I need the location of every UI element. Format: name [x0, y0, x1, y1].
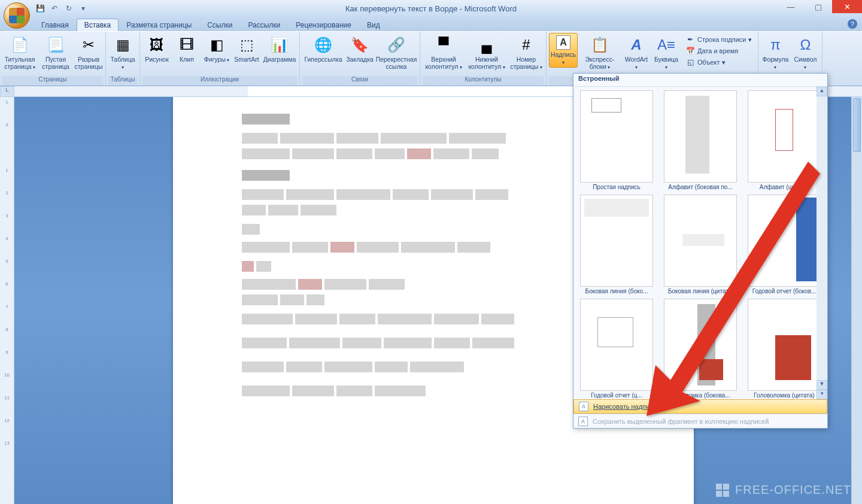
footer-button[interactable]: ▄Нижний колонтитул	[466, 33, 508, 72]
group-pages: 📄Титульная страница 📃Пустая страница ✂Ра…	[0, 32, 106, 86]
wordart-icon: A	[627, 35, 646, 54]
gallery-header: Встроенный	[573, 74, 827, 87]
signature-icon: ✒	[685, 35, 695, 44]
cross-ref-button[interactable]: 🔗Перекрестная ссылка	[375, 33, 417, 72]
vertical-ruler[interactable]: 1212345678910111213	[0, 97, 14, 504]
textbox-button[interactable]: AНадпись	[549, 33, 578, 68]
watermark-logo-icon	[716, 484, 729, 497]
group-illustrations: 🖼Рисунок 🎞Клип ◧Фигуры ⬚SmartArt 📊Диагра…	[140, 32, 300, 86]
picture-button[interactable]: 🖼Рисунок	[142, 33, 171, 65]
gallery-scrollbar[interactable]: ▲ ▼ ▾	[817, 87, 827, 399]
tab-view[interactable]: Вид	[359, 19, 388, 31]
gallery-scroll-down[interactable]: ▼	[817, 380, 827, 390]
gallery-item-alphabet-side[interactable]: Алфавит (боковая по...	[661, 90, 740, 192]
hyperlink-button[interactable]: 🌐Гиперссылка	[302, 33, 344, 65]
tab-mailings[interactable]: Рассылки	[240, 19, 288, 31]
cross-ref-icon: 🔗	[387, 35, 406, 54]
symbol-icon: Ω	[796, 35, 815, 54]
clip-button[interactable]: 🎞Клип	[172, 33, 201, 65]
blank-page-button[interactable]: 📃Пустая страница	[38, 33, 73, 72]
tab-page-layout[interactable]: Разметка страницы	[119, 19, 199, 31]
quick-parts-button[interactable]: 📋Экспресс-блоки	[579, 33, 621, 72]
equation-icon: π	[766, 35, 785, 54]
minimize-button[interactable]: —	[777, 0, 805, 13]
quick-access-toolbar: 💾 ↶ ↻ ▾	[34, 2, 90, 15]
gallery-item-sideline-quote[interactable]: Боковая линия (цитат...	[661, 195, 740, 296]
qat-save[interactable]: 💾	[34, 2, 47, 14]
shapes-button[interactable]: ◧Фигуры	[202, 33, 231, 65]
watermark: FREE-OFFICE.NET	[716, 483, 851, 497]
symbol-button[interactable]: ΩСимвол	[791, 33, 819, 72]
gallery-item-simple[interactable]: Простая надпись	[577, 90, 656, 192]
help-icon[interactable]: ?	[848, 19, 857, 29]
bookmark-icon: 🔖	[350, 35, 369, 54]
date-icon: 📅	[685, 46, 695, 56]
gallery-item-annual-side[interactable]: Годовой отчет (боков...	[745, 195, 824, 296]
tab-home[interactable]: Главная	[34, 19, 77, 31]
header-button[interactable]: ▀Верхний колонтитул	[423, 33, 465, 72]
ruler-corner[interactable]: L	[0, 86, 14, 97]
save-selection-item: AСохранить выделенный фрагмент в коллекц…	[573, 414, 827, 428]
gallery-item-puzzle-side[interactable]: ...оволомка (бокова...	[661, 299, 740, 400]
window-controls: — ▢ ✕	[777, 0, 862, 13]
page-break-button[interactable]: ✂Разрыв страницы	[74, 33, 103, 72]
tab-review[interactable]: Рецензирование	[288, 19, 359, 31]
textbox-icon: A	[556, 35, 570, 50]
draw-textbox-item[interactable]: AНарисовать надпись	[573, 399, 827, 414]
dropcap-icon: A≡	[657, 35, 676, 54]
bookmark-button[interactable]: 🔖Закладка	[345, 33, 374, 65]
table-button[interactable]: ▦Таблица	[108, 33, 137, 72]
tab-insert[interactable]: Вставка	[77, 19, 119, 31]
gallery-scroll-up[interactable]: ▲	[817, 87, 827, 96]
titlebar: 💾 ↶ ↻ ▾ Как перевернуть текст в Ворде - …	[0, 0, 862, 17]
page-break-icon: ✂	[79, 35, 98, 54]
clip-icon: 🎞	[177, 35, 196, 54]
group-header-footer: ▀Верхний колонтитул ▄Нижний колонтитул #…	[420, 32, 547, 86]
dropcap-button[interactable]: A≡Буквица	[652, 33, 681, 72]
draw-textbox-icon: A	[579, 402, 588, 411]
hyperlink-icon: 🌐	[314, 35, 333, 54]
equation-button[interactable]: πФормула	[761, 33, 790, 72]
object-button[interactable]: ◱Объект ▾	[683, 57, 754, 68]
group-tables-label: Таблицы	[108, 76, 137, 86]
close-button[interactable]: ✕	[832, 0, 862, 13]
group-pages-label: Страницы	[2, 76, 103, 86]
object-icon: ◱	[685, 57, 695, 67]
cover-page-button[interactable]: 📄Титульная страница	[2, 33, 37, 72]
group-hf-label: Колонтитулы	[423, 76, 544, 86]
qat-undo[interactable]: ↶	[48, 2, 61, 14]
picture-icon: 🖼	[147, 35, 166, 54]
tab-references[interactable]: Ссылки	[199, 19, 240, 31]
gallery-item-puzzle-quote[interactable]: Головоломка (цитата)	[745, 299, 824, 400]
blank-page-icon: 📃	[46, 35, 65, 54]
group-tables: ▦Таблица Таблицы	[106, 32, 140, 86]
textbox-gallery: Встроенный Простая надпись Алфавит (боко…	[573, 73, 828, 429]
wordart-button[interactable]: AWordArt	[622, 33, 651, 72]
cover-page-icon: 📄	[10, 35, 29, 54]
date-time-button[interactable]: 📅Дата и время	[683, 45, 754, 56]
chart-button[interactable]: 📊Диаграмма	[262, 33, 297, 65]
page-number-button[interactable]: #Номер страницы	[509, 33, 544, 72]
window-title: Как перевернуть текст в Ворде - Microsof…	[0, 4, 862, 13]
table-icon: ▦	[113, 35, 132, 54]
shapes-icon: ◧	[207, 35, 226, 54]
gallery-grid: Простая надпись Алфавит (боковая по... А…	[573, 87, 827, 400]
footer-icon: ▄	[477, 35, 496, 54]
gallery-item-sideline-side[interactable]: Боковая линия (боко...	[577, 195, 656, 296]
qat-customize[interactable]: ▾	[77, 2, 90, 14]
qat-redo[interactable]: ↻	[62, 2, 75, 14]
gallery-item-annual-quote[interactable]: Годовой отчет (ц...	[577, 299, 656, 400]
group-links: 🌐Гиперссылка 🔖Закладка 🔗Перекрестная ссы…	[300, 32, 420, 86]
smartart-icon: ⬚	[237, 35, 256, 54]
vertical-scrollbar[interactable]	[851, 97, 862, 504]
smartart-button[interactable]: ⬚SmartArt	[232, 33, 261, 65]
signature-line-button[interactable]: ✒Строка подписи ▾	[683, 34, 754, 45]
scrollbar-thumb[interactable]	[853, 98, 861, 152]
group-illus-label: Иллюстрации	[142, 76, 297, 86]
gallery-item-alphabet-quote[interactable]: Алфавит (цитата)	[745, 90, 824, 192]
maximize-button[interactable]: ▢	[805, 0, 832, 13]
quick-parts-icon: 📋	[590, 35, 609, 54]
office-button[interactable]	[4, 2, 30, 29]
header-icon: ▀	[434, 35, 453, 54]
gallery-scroll-more[interactable]: ▾	[817, 390, 827, 399]
